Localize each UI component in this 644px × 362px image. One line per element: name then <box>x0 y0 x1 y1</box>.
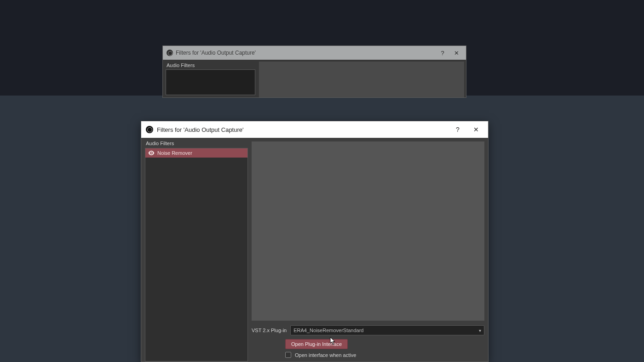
titlebar[interactable]: Filters for 'Audio Output Capture' ? ✕ <box>141 121 488 138</box>
obs-icon <box>146 126 153 133</box>
close-button[interactable]: ✕ <box>449 46 463 60</box>
svg-point-0 <box>151 153 152 154</box>
open-plugin-interface-button[interactable]: Open Plug-in Interface <box>285 339 348 349</box>
titlebar: Filters for 'Audio Output Capture' ? ✕ <box>163 46 466 60</box>
audio-filters-label: Audio Filters <box>141 138 248 148</box>
obs-icon <box>167 50 173 56</box>
filter-preview-panel <box>259 62 464 97</box>
window-title: Filters for 'Audio Output Capture' <box>157 126 244 133</box>
filter-preview-panel <box>252 141 484 321</box>
filter-item-noise-remover[interactable]: Noise Remover <box>145 148 247 158</box>
help-button[interactable]: ? <box>436 46 449 60</box>
vst-plugin-label: VST 2.x Plug-in <box>252 328 287 333</box>
chevron-down-icon: ▾ <box>479 328 481 333</box>
vst-plugin-select[interactable]: ERA4_NoiseRemoverStandard ▾ <box>290 325 484 335</box>
filter-list[interactable] <box>166 69 255 95</box>
window-title: Filters for 'Audio Output Capture' <box>176 50 256 56</box>
filters-dialog-inactive: Filters for 'Audio Output Capture' ? ✕ A… <box>162 45 466 98</box>
filter-item-label: Noise Remover <box>157 150 192 156</box>
filters-dialog-active: Filters for 'Audio Output Capture' ? ✕ A… <box>141 121 489 362</box>
close-button[interactable]: ✕ <box>467 121 485 138</box>
open-interface-when-active-checkbox[interactable] <box>285 352 291 358</box>
filter-list[interactable]: Noise Remover <box>145 148 248 362</box>
audio-filters-label: Audio Filters <box>166 62 255 69</box>
help-button[interactable]: ? <box>448 121 467 138</box>
open-interface-when-active-label: Open interface when active <box>295 352 356 358</box>
visibility-eye-icon[interactable] <box>148 151 155 155</box>
vst-plugin-selected-value: ERA4_NoiseRemoverStandard <box>293 328 363 333</box>
